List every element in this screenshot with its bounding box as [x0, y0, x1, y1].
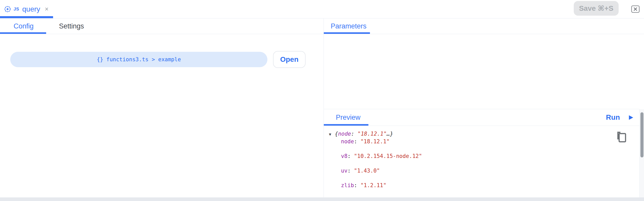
json-rows: node: "18.12.1" v8: "10.2.154.15-node.12…	[329, 138, 619, 198]
json-separator: :	[354, 138, 360, 145]
json-key: zlib	[341, 182, 354, 188]
run-button-label: Run	[606, 113, 620, 122]
tab-preview[interactable]: Preview	[336, 114, 360, 122]
json-property-row[interactable]: v8: "10.2.154.15-node.12"	[341, 153, 619, 167]
json-summary-value: "18.12.1"	[358, 130, 387, 137]
copy-icon[interactable]	[615, 131, 626, 144]
json-tree: ▼{node: "18.12.1"…} node: "18.12.1" v8: …	[329, 130, 619, 198]
window-close-icon[interactable]	[631, 5, 640, 13]
header: JS query × Save ⌘+S	[0, 0, 644, 18]
preview-bar: Preview Run	[324, 109, 639, 126]
vertical-scrollbar[interactable]	[639, 109, 644, 201]
braces-icon: {}	[97, 56, 103, 63]
json-separator: :	[354, 182, 360, 188]
bottom-scrollbar-track[interactable]	[0, 197, 644, 201]
json-separator: :	[347, 168, 354, 174]
json-summary-key: node	[338, 130, 351, 137]
function-reference-label: functions3.ts > example	[106, 56, 181, 63]
preview-tab-underline	[324, 124, 368, 126]
config-tab-underline	[0, 32, 46, 34]
json-key: node	[341, 138, 354, 145]
json-property-row[interactable]: uv: "1.43.0"	[341, 167, 619, 182]
json-summary-sep: :	[351, 130, 357, 137]
tab-title: query	[22, 5, 40, 13]
json-key: v8	[341, 153, 347, 159]
tab-close-icon[interactable]: ×	[45, 6, 49, 12]
json-summary-row[interactable]: ▼{node: "18.12.1"…}	[329, 130, 619, 138]
triangle-expand-icon[interactable]: ▼	[329, 131, 335, 138]
tab-settings[interactable]: Settings	[59, 22, 84, 30]
left-tabbar: Config Settings	[0, 18, 324, 34]
config-panel: Config Settings {} functions3.ts > examp…	[0, 18, 324, 197]
sync-sparkle-icon	[4, 6, 11, 13]
json-property-row[interactable]: node: "18.12.1"	[341, 138, 619, 153]
save-button[interactable]: Save ⌘+S	[574, 1, 619, 16]
json-value: "1.43.0"	[354, 168, 380, 174]
json-separator: :	[347, 153, 354, 159]
json-summary-suffix: …}	[387, 130, 393, 137]
open-button[interactable]: Open	[273, 51, 306, 68]
json-value: "18.12.1"	[360, 138, 390, 145]
json-key: uv	[341, 168, 347, 174]
parameters-tab-underline	[324, 32, 370, 34]
json-value: "1.2.11"	[360, 182, 386, 188]
play-icon	[628, 114, 634, 121]
function-reference-chip[interactable]: {} functions3.ts > example	[10, 52, 267, 67]
editor-tab-query[interactable]: JS query ×	[0, 0, 54, 18]
json-property-row[interactable]: zlib: "1.2.11"	[341, 182, 619, 196]
right-panel: Parameters Preview Run ▼{node: "18.12.1"…	[324, 18, 644, 197]
json-open-brace: {	[335, 130, 338, 137]
run-button[interactable]: Run	[606, 113, 634, 122]
right-tabbar: Parameters	[324, 18, 644, 34]
preview-output: ▼{node: "18.12.1"…} node: "18.12.1" v8: …	[324, 126, 639, 198]
scrollbar-thumb[interactable]	[640, 112, 643, 157]
tab-parameters[interactable]: Parameters	[331, 22, 367, 30]
json-value: "10.2.154.15-node.12"	[354, 153, 422, 159]
active-tab-underline	[0, 16, 53, 18]
js-language-badge: JS	[14, 7, 19, 12]
tab-config[interactable]: Config	[14, 22, 34, 30]
